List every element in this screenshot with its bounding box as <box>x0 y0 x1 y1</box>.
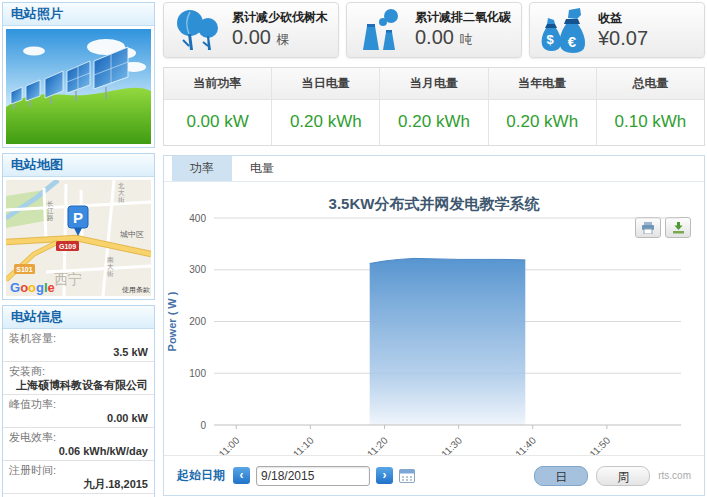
svg-text:0: 0 <box>200 420 206 431</box>
station-info-list: 装机容量: 3.5 kW 安装商: 上海硕博科教设备有限公司 峰值功率: 0.0… <box>3 329 154 497</box>
card-label: 累计减排二氧化碳 <box>415 9 511 25</box>
station-photo <box>3 26 154 147</box>
s101-badge-label: S101 <box>16 266 32 273</box>
svg-text:200: 200 <box>189 316 206 327</box>
stat-header: 当前功率 <box>164 68 272 100</box>
district-label: 城中区 <box>119 230 144 239</box>
info-label: 装机容量: <box>9 332 148 345</box>
trees-saved-card: 累计减少砍伐树木 0.00 棵 <box>163 2 339 58</box>
stat-value: 0.20 kWh <box>272 100 380 145</box>
station-map[interactable]: G109 S101 城中区 西宁 长江路 北大街 南大街 P Google 使用… <box>3 177 154 299</box>
google-logo[interactable]: Google <box>10 280 55 295</box>
info-field-peak-power: 峰值功率: 0.00 kW <box>3 395 154 428</box>
prev-day-button[interactable]: ‹ <box>233 467 250 484</box>
card-label: 累计减少砍伐树木 <box>232 9 328 25</box>
date-bar: 起始日期 ‹ › 日 周 rts.com <box>164 455 704 495</box>
station-map-panel: 电站地图 G109 <box>2 153 155 300</box>
info-value: 3.5 kW <box>9 345 148 359</box>
info-value: 0.06 kWh/kW/day <box>9 444 148 458</box>
info-field-installer: 安装商: 上海硕博科教设备有限公司 <box>3 362 154 395</box>
day-view-button[interactable]: 日 <box>534 466 588 486</box>
svg-text:400: 400 <box>189 213 206 224</box>
svg-text:€: € <box>568 33 577 50</box>
cooling-towers-icon <box>353 6 409 54</box>
card-value: 0.00 吨 <box>415 25 511 52</box>
station-info-title: 电站信息 <box>3 306 154 329</box>
station-info-panel: 电站信息 装机容量: 3.5 kW 安装商: 上海硕博科教设备有限公司 峰值功率… <box>2 305 155 497</box>
stats-header-row: 当前功率 当日电量 当月电量 当年电量 总电量 <box>164 68 704 100</box>
info-label: 峰值功率: <box>9 398 148 411</box>
svg-text:300: 300 <box>189 264 206 275</box>
power-area-chart: 010020030040011:0011:1011:2011:3011:4011… <box>164 182 704 456</box>
station-photo-title: 电站照片 <box>3 3 154 26</box>
svg-text:11:20: 11:20 <box>365 434 390 456</box>
svg-text:$: $ <box>546 32 554 47</box>
city-label: 西宁 <box>54 271 82 287</box>
info-field-register-time: 注册时间: 九月.18,2015 <box>3 461 154 494</box>
stat-value: 0.10 kWh <box>597 100 704 145</box>
map-pin-letter: P <box>73 209 83 226</box>
start-date-label: 起始日期 <box>177 467 225 484</box>
tab-energy[interactable]: 电量 <box>232 156 292 181</box>
main-content: 累计减少砍伐树木 0.00 棵 累计减排二氧化碳 0.00 吨 <box>163 2 705 496</box>
svg-text:Power ( W ): Power ( W ) <box>166 291 178 351</box>
tab-power[interactable]: 功率 <box>172 156 232 181</box>
chart-panel: 功率 电量 3.5KW分布式并网发电教学系统 <box>163 155 705 496</box>
stat-header: 当日电量 <box>272 68 380 100</box>
svg-text:11:00: 11:00 <box>217 434 242 456</box>
stat-value: 0.00 kW <box>164 100 272 145</box>
week-view-button[interactable]: 周 <box>596 466 650 486</box>
info-value: 九月.18,2015 <box>9 477 148 491</box>
svg-text:11:50: 11:50 <box>587 434 612 456</box>
card-unit: 棵 <box>277 32 290 47</box>
svg-text:11:40: 11:40 <box>513 434 538 456</box>
next-day-button[interactable]: › <box>376 467 393 484</box>
card-label: 收益 <box>598 10 648 26</box>
info-field-efficiency: 发电效率: 0.06 kWh/kW/day <box>3 428 154 461</box>
station-map-title: 电站地图 <box>3 154 154 177</box>
chart-watermark: rts.com <box>658 470 691 481</box>
power-chart-region: 3.5KW分布式并网发电教学系统 <box>164 182 704 456</box>
card-unit: 吨 <box>460 32 473 47</box>
info-label: 注册时间: <box>9 464 148 477</box>
stat-header: 当月电量 <box>380 68 488 100</box>
google-map[interactable]: G109 S101 城中区 西宁 长江路 北大街 南大街 P Google 使用… <box>6 180 151 296</box>
income-card: $ € 收益 ¥0.07 <box>529 2 705 58</box>
info-label: 安装商: <box>9 365 148 378</box>
card-value: 0.00 棵 <box>232 25 328 52</box>
g109-badge-label: G109 <box>59 243 76 250</box>
chart-tab-strip: 功率 电量 <box>164 156 704 182</box>
solar-panels-photo <box>6 29 151 144</box>
date-input[interactable] <box>256 466 370 486</box>
svg-text:11:30: 11:30 <box>439 434 464 456</box>
changjiang-road-label: 长江路 <box>47 200 54 222</box>
info-label: 发电效率: <box>9 431 148 444</box>
stat-value: 0.20 kWh <box>380 100 488 145</box>
info-value: 上海硕博科教设备有限公司 <box>9 378 148 392</box>
money-bags-icon: $ € <box>536 6 592 54</box>
stat-value: 0.20 kWh <box>489 100 597 145</box>
stat-header: 总电量 <box>597 68 704 100</box>
stat-header: 当年电量 <box>489 68 597 100</box>
beidajie-road-label: 北大街 <box>118 182 125 204</box>
energy-stats-table: 当前功率 当日电量 当月电量 当年电量 总电量 0.00 kW 0.20 kWh… <box>163 67 705 146</box>
calendar-icon[interactable] <box>399 468 415 483</box>
map-terms-link[interactable]: 使用条款 <box>122 286 150 294</box>
stats-value-row: 0.00 kW 0.20 kWh 0.20 kWh 0.20 kWh 0.10 … <box>164 100 704 145</box>
trees-icon <box>170 6 226 54</box>
svg-text:11:10: 11:10 <box>291 434 316 456</box>
station-photo-panel: 电站照片 <box>2 2 155 148</box>
co2-reduced-card: 累计减排二氧化碳 0.00 吨 <box>346 2 522 58</box>
left-sidebar: 电站照片 <box>2 2 155 497</box>
info-value: 0.00 kW <box>9 411 148 425</box>
card-value: ¥0.07 <box>598 26 648 50</box>
svg-text:100: 100 <box>189 368 206 379</box>
info-field-capacity: 装机容量: 3.5 kW <box>3 329 154 362</box>
summary-cards: 累计减少砍伐树木 0.00 棵 累计减排二氧化碳 0.00 吨 <box>163 2 705 58</box>
nandajie-road-label: 南大街 <box>107 256 114 278</box>
